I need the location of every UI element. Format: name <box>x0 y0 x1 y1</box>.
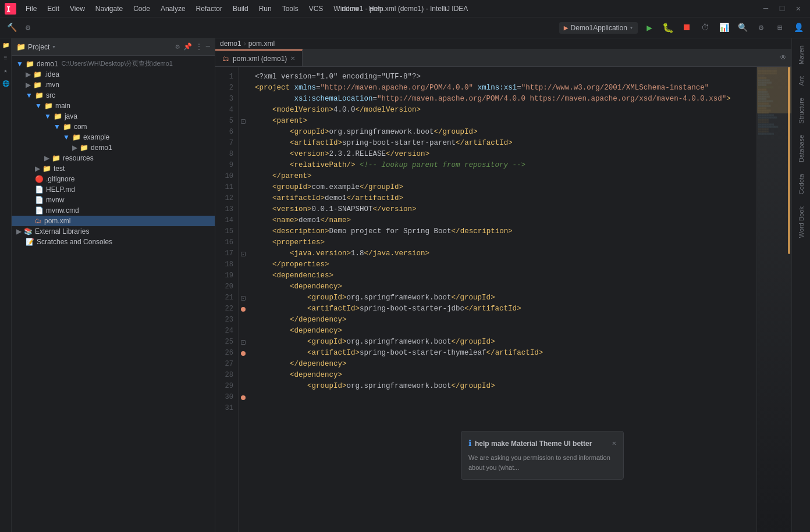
dependency-marker-2 <box>241 351 246 356</box>
tree-item-mvn[interactable]: ▶ 📁 .mvn <box>12 80 215 90</box>
tab-bar: 🗂 pom.xml (demo1) ✕ 👁 <box>215 49 791 67</box>
tree-item-idea[interactable]: ▶ 📁 .idea <box>12 69 215 80</box>
tree-item-root[interactable]: ▼ 📁 demo1 C:\Users\WH\Desktop\分页查找\demo1 <box>12 58 215 69</box>
menu-view[interactable]: View <box>65 3 90 14</box>
run-config-dropdown-icon[interactable]: ▾ <box>630 24 633 31</box>
tree-item-main[interactable]: ▼ 📁 main <box>12 101 215 111</box>
fold-dependencies-icon[interactable]: - <box>241 296 246 301</box>
menu-tools[interactable]: Tools <box>278 3 303 14</box>
tree-item-com[interactable]: ▼ 📁 com <box>12 122 215 132</box>
menu-build[interactable]: Build <box>228 3 253 14</box>
tree-item-scratches[interactable]: 📝 Scratches and Consoles <box>12 237 215 247</box>
breadcrumb: demo1 › pom.xml <box>215 38 791 49</box>
right-tab-ant[interactable]: Ant <box>797 72 806 91</box>
dependency-marker-1 <box>241 307 246 312</box>
activity-favorites-icon[interactable]: ★ <box>1 66 10 76</box>
activity-structure-icon[interactable]: ≡ <box>1 53 10 63</box>
tree-item-gitignore[interactable]: 🔴 .gitignore <box>12 174 215 184</box>
svg-text:I: I <box>6 6 10 14</box>
menu-analyze[interactable]: Analyze <box>156 3 190 14</box>
tree-item-pomxml[interactable]: 🗂 pom.xml <box>12 216 215 226</box>
menu-edit[interactable]: Edit <box>42 3 64 14</box>
project-minimize-icon[interactable]: ─ <box>206 42 210 51</box>
main-layout: 📁 ≡ ★ 🌐 📁 Project ▾ ⚙ 📌 ⋮ ─ ▼ 📁 demo1 <box>0 38 810 532</box>
tree-item-demo1-sub[interactable]: ▶ 📁 demo1 <box>12 142 215 153</box>
right-tab-codota[interactable]: Codota <box>797 169 806 199</box>
close-button[interactable]: ✕ <box>791 2 805 16</box>
project-panel-header: 📁 Project ▾ ⚙ 📌 ⋮ ─ <box>12 38 215 56</box>
project-title: Project <box>28 43 49 51</box>
breadcrumb-project[interactable]: demo1 <box>220 40 241 48</box>
tree-item-example[interactable]: ▼ 📁 example <box>12 132 215 142</box>
app-logo: I <box>5 3 16 15</box>
dependency-marker-3 <box>241 395 246 400</box>
settings-button[interactable]: ⚙ <box>754 21 768 35</box>
toolbar-settings-icon[interactable]: ⚙ <box>21 21 35 35</box>
search-everywhere-button[interactable]: 🔍 <box>736 21 749 35</box>
right-tab-structure[interactable]: Structure <box>797 93 806 128</box>
line-numbers: 12345 678910 1112131415 1617181920 21222… <box>215 67 239 532</box>
tree-item-external-libs[interactable]: ▶ 📚 External Libraries <box>12 226 215 237</box>
tree-item-helpmd[interactable]: 📄 HELP.md <box>12 184 215 195</box>
title-bar: I File Edit View Navigate Code Analyze R… <box>0 0 810 17</box>
window-title: demo1 - pom.xml (demo1) - IntelliJ IDEA <box>342 5 468 13</box>
grid-button[interactable]: ⊞ <box>773 21 787 35</box>
stop-button[interactable]: ⏹ <box>680 21 694 35</box>
project-options-icon[interactable]: ⋮ <box>196 42 202 51</box>
notification-body: We are asking you permission to send inf… <box>468 453 616 472</box>
notification-info-icon: ℹ <box>468 438 471 448</box>
tree-item-mvnwcmd[interactable]: 📄 mvnw.cmd <box>12 205 215 216</box>
right-tab-wordbook[interactable]: Word Book <box>797 202 806 242</box>
run-configuration[interactable]: ▶ Demo1Application ▾ <box>559 22 638 34</box>
tree-item-test[interactable]: ▶ 📁 test <box>12 163 215 174</box>
menu-file[interactable]: File <box>21 3 41 14</box>
run-config-name: Demo1Application <box>571 24 627 32</box>
window-controls: ─ □ ✕ <box>759 2 805 16</box>
menu-refactor[interactable]: Refactor <box>191 3 227 14</box>
toolbar-hammer-icon[interactable]: 🔨 <box>5 21 19 35</box>
tab-close-button[interactable]: ✕ <box>290 55 295 62</box>
tree-item-src[interactable]: ▼ 📁 src <box>12 90 215 101</box>
avatar-button[interactable]: 👤 <box>791 21 805 35</box>
activity-project-icon[interactable]: 📁 <box>1 41 10 50</box>
debug-button[interactable]: 🐛 <box>661 21 675 35</box>
code-gutter: - - - - <box>239 67 248 532</box>
profile-button[interactable]: 📊 <box>717 21 731 35</box>
activity-bar: 📁 ≡ ★ 🌐 <box>0 38 12 532</box>
breadcrumb-file[interactable]: pom.xml <box>248 40 275 48</box>
coverage-button[interactable]: ⏱ <box>698 21 712 35</box>
project-panel: 📁 Project ▾ ⚙ 📌 ⋮ ─ ▼ 📁 demo1 C:\Users\W… <box>12 38 215 532</box>
fold-properties-icon[interactable]: - <box>241 252 246 256</box>
run-button[interactable]: ▶ <box>642 21 656 35</box>
file-tree: ▼ 📁 demo1 C:\Users\WH\Desktop\分页查找\demo1… <box>12 56 215 532</box>
right-tab-maven[interactable]: Maven <box>797 41 806 69</box>
menu-run[interactable]: Run <box>254 3 276 14</box>
editor-tab-pomxml[interactable]: 🗂 pom.xml (demo1) ✕ <box>215 49 303 66</box>
project-pin-icon[interactable]: 📌 <box>183 42 192 51</box>
tree-item-java[interactable]: ▼ 📁 java <box>12 111 215 122</box>
eye-icon[interactable]: 👁 <box>780 53 787 62</box>
right-tab-database[interactable]: Database <box>797 130 806 167</box>
minimize-button[interactable]: ─ <box>759 2 773 16</box>
notification-title: help make Material Theme UI better <box>475 440 592 448</box>
activity-web-icon[interactable]: 🌐 <box>1 79 10 88</box>
menu-navigate[interactable]: Navigate <box>91 3 127 14</box>
tree-item-mvnw[interactable]: 📄 mvnw <box>12 195 215 205</box>
fold-parent-icon[interactable]: - <box>241 119 246 124</box>
notification-close-icon[interactable]: ✕ <box>612 439 616 448</box>
tab-label: pom.xml (demo1) <box>233 55 287 63</box>
right-sidebar: Maven Ant Structure Database Codota Word… <box>791 38 810 532</box>
menu-code[interactable]: Code <box>129 3 155 14</box>
project-settings-icon[interactable]: ⚙ <box>176 42 180 51</box>
maximize-button[interactable]: □ <box>775 2 789 16</box>
fold-dep1-icon[interactable]: - <box>241 340 246 345</box>
menu-vcs[interactable]: VCS <box>304 3 328 14</box>
tree-item-resources[interactable]: ▶ 📁 resources <box>12 153 215 163</box>
notification-popup: ℹ help make Material Theme UI better ✕ W… <box>461 431 624 480</box>
minimap: ░░░░░░░░░░░░░░░░░░ ░░░░░░░░░░░░░░░░░░ ░░… <box>756 67 791 532</box>
toolbar: 🔨 ⚙ ▶ Demo1Application ▾ ▶ 🐛 ⏹ ⏱ 📊 🔍 ⚙ ⊞… <box>0 17 810 38</box>
